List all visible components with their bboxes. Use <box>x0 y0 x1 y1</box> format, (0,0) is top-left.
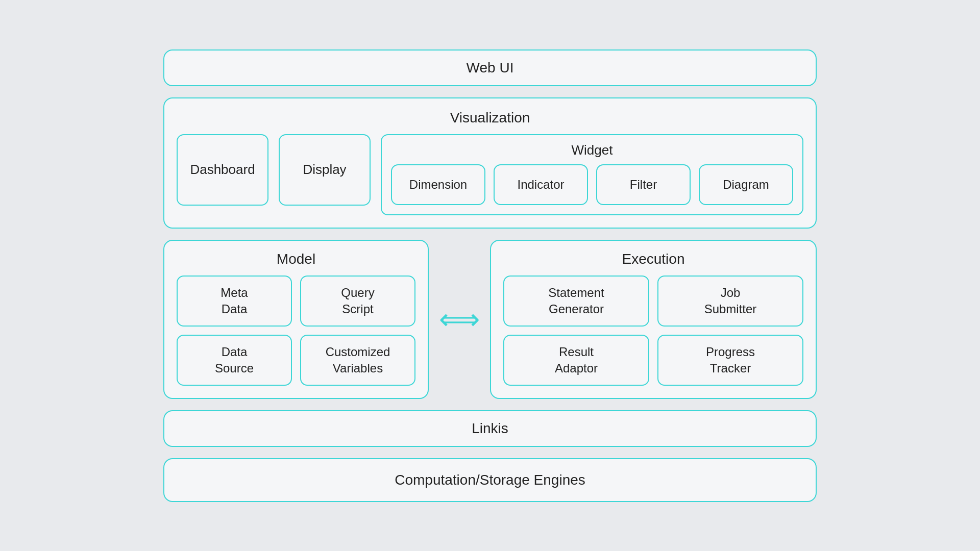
widget-items: Dimension Indicator Filter Diagram <box>391 164 793 205</box>
widget-item-indicator: Indicator <box>494 164 588 205</box>
vis-item-dashboard: Dashboard <box>177 134 268 206</box>
vis-dashboard-label: Dashboard <box>190 162 255 178</box>
execution-item-resultadaptor: ResultAdaptor <box>503 335 649 386</box>
widget-item-dimension: Dimension <box>391 164 485 205</box>
model-item-datasource: DataSource <box>177 335 292 386</box>
vis-item-display: Display <box>279 134 371 206</box>
linkis-box: Linkis <box>163 410 817 447</box>
execution-item-jobsubmit: JobSubmitter <box>657 276 803 327</box>
execution-jobsubmit-label: JobSubmitter <box>704 285 757 316</box>
model-datasource-label: DataSource <box>215 344 254 375</box>
middle-row: Model MetaData QueryScript DataSource Cu… <box>163 240 817 399</box>
execution-item-progresstracker: ProgressTracker <box>657 335 803 386</box>
web-ui-box: Web UI <box>163 49 817 86</box>
bidirectional-arrow-icon: ⟺ <box>439 303 480 336</box>
diagram-container: Web UI Visualization Dashboard Display W… <box>163 49 817 502</box>
execution-box: Execution StatementGenerator JobSubmitte… <box>490 240 817 399</box>
compute-label: Computation/Storage Engines <box>395 472 585 488</box>
arrow-column: ⟺ <box>439 240 480 399</box>
model-box: Model MetaData QueryScript DataSource Cu… <box>163 240 429 399</box>
widget-dimension-label: Dimension <box>409 178 467 192</box>
widget-diagram-label: Diagram <box>723 178 769 192</box>
execution-item-stmtgen: StatementGenerator <box>503 276 649 327</box>
model-queryscript-label: QueryScript <box>341 285 374 316</box>
widget-title: Widget <box>391 142 793 158</box>
compute-box: Computation/Storage Engines <box>163 458 817 502</box>
widget-filter-label: Filter <box>630 178 657 192</box>
model-customvars-label: CustomizedVariables <box>326 344 390 375</box>
web-ui-label: Web UI <box>467 60 514 76</box>
execution-progresstracker-label: ProgressTracker <box>706 344 755 375</box>
execution-grid: StatementGenerator JobSubmitter ResultAd… <box>503 276 803 386</box>
execution-resultadaptor-label: ResultAdaptor <box>555 344 598 375</box>
execution-title: Execution <box>503 251 803 267</box>
model-item-queryscript: QueryScript <box>300 276 415 327</box>
widget-item-diagram: Diagram <box>699 164 793 205</box>
model-metadata-label: MetaData <box>220 285 248 316</box>
linkis-label: Linkis <box>472 420 508 437</box>
visualization-title: Visualization <box>177 110 803 126</box>
widget-indicator-label: Indicator <box>517 178 564 192</box>
model-grid: MetaData QueryScript DataSource Customiz… <box>177 276 415 386</box>
model-item-metadata: MetaData <box>177 276 292 327</box>
vis-display-label: Display <box>303 162 346 178</box>
widget-box: Widget Dimension Indicator Filter Diagra… <box>381 134 803 215</box>
visualization-box: Visualization Dashboard Display Widget D… <box>163 97 817 229</box>
execution-stmtgen-label: StatementGenerator <box>548 285 604 316</box>
model-title: Model <box>177 251 415 267</box>
visualization-inner: Dashboard Display Widget Dimension Indic… <box>177 134 803 215</box>
widget-item-filter: Filter <box>596 164 691 205</box>
model-item-customvars: CustomizedVariables <box>300 335 415 386</box>
